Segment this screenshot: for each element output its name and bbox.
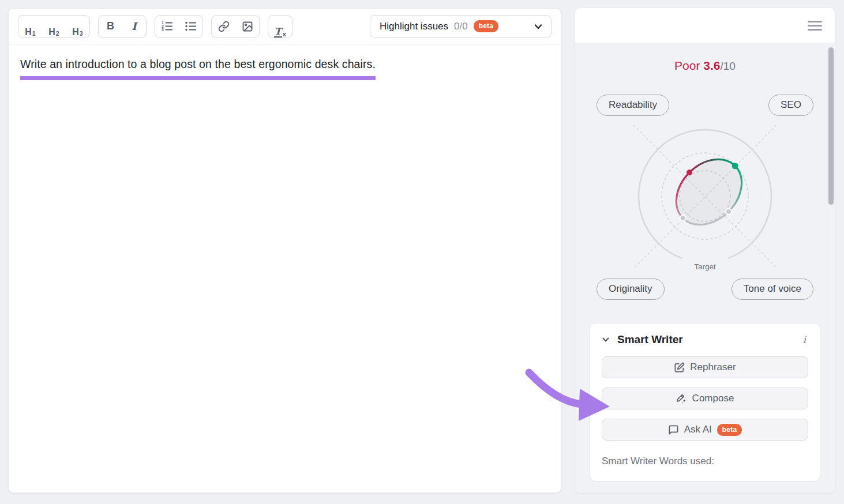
insert-link-button[interactable] [212,16,235,37]
smart-writer-card: Smart Writer i Rephraser Compose Ask A [590,323,820,482]
menu-icon[interactable] [808,18,822,33]
editor-toolbar: H1 H2 H3 B I 1 2 3 [9,9,561,44]
highlight-issues-label: Highlight issues [380,21,448,32]
ask-ai-button[interactable]: Ask AI beta [602,419,808,441]
image-icon [242,21,253,32]
collapse-chevron-icon[interactable] [602,336,610,344]
insert-image-button[interactable] [235,16,259,37]
words-used-label: Smart Writer Words used: [602,456,808,467]
editor-panel: H1 H2 H3 B I 1 2 3 [8,8,561,493]
compose-button[interactable]: Compose [602,388,808,409]
beta-badge: beta [474,20,498,32]
compose-label: Compose [692,393,734,404]
ordered-list-button[interactable]: 1 2 3 [155,16,179,37]
highlight-issues-dropdown[interactable]: Highlight issues 0/0 beta [370,15,552,38]
tone-of-voice-pill[interactable]: Tone of voice [732,279,813,300]
score-gauge: Target [575,119,835,279]
h2-button[interactable]: H2 [42,16,66,37]
seo-pill[interactable]: SEO [768,95,813,116]
edit-square-icon [674,362,685,373]
link-icon [218,21,230,32]
sidebar-header [575,8,835,43]
score-value: 3.6 [703,59,720,72]
heading-button-group: H1 H2 H3 [18,15,90,38]
smart-writer-header: Smart Writer i [602,333,808,346]
overall-score: Poor 3.6/10 [575,59,835,73]
target-label: Target [694,262,716,271]
bullet-list-icon [185,20,197,32]
originality-pill[interactable]: Originality [597,279,665,300]
issues-count: 0/0 [454,21,468,32]
info-icon[interactable]: i [801,334,808,345]
sidebar-scrollbar-thumb[interactable] [828,47,834,205]
chevron-down-icon [534,22,543,31]
gauge-top-labels: Readability SEO [575,95,835,116]
format-button-group: B I [98,15,147,38]
italic-button[interactable]: I [122,16,146,37]
ordered-list-icon: 1 2 3 [161,20,173,32]
sidebar-panel: Poor 3.6/10 Readability SEO [575,8,835,493]
list-button-group: 1 2 3 [155,15,203,38]
score-max: /10 [720,60,735,72]
insert-button-group [211,15,260,38]
h1-button[interactable]: H1 [18,16,42,37]
chat-bubble-icon [668,424,679,435]
svg-text:3: 3 [162,28,164,32]
gauge-bottom-labels: Originality Tone of voice [575,279,835,300]
document-text[interactable]: Write an introduction to a blog post on … [20,58,376,80]
rephraser-label: Rephraser [690,362,736,373]
bold-button[interactable]: B [99,16,122,37]
clear-formatting-icon: T [274,27,282,37]
readability-pill[interactable]: Readability [597,95,669,116]
h3-button[interactable]: H3 [66,16,89,37]
editor-content[interactable]: Write an introduction to a blog post on … [9,44,561,93]
clear-formatting-button[interactable]: Tx [268,16,292,37]
ask-ai-label: Ask AI [684,424,712,435]
clear-format-group: Tx [268,15,292,38]
rephraser-button[interactable]: Rephraser [602,356,808,378]
ask-ai-beta-badge: beta [717,424,742,436]
bullet-list-button[interactable] [179,16,202,37]
smart-writer-title: Smart Writer [617,333,683,346]
magic-pen-icon [676,393,687,404]
score-grade: Poor [674,59,700,72]
